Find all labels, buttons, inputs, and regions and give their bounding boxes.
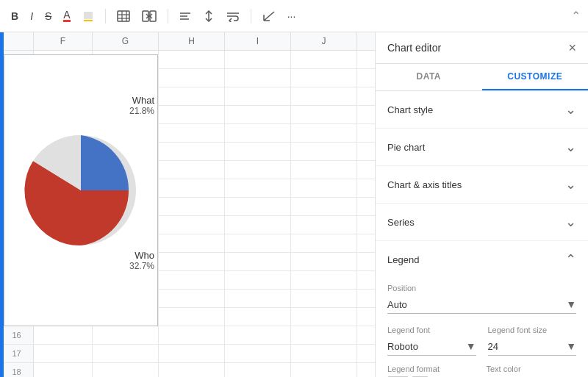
row-number: 17 (0, 345, 34, 362)
cell[interactable] (291, 290, 357, 307)
cell[interactable] (225, 106, 291, 123)
cell[interactable] (159, 51, 225, 68)
panel-close-button[interactable]: × (568, 41, 576, 54)
cell[interactable] (291, 51, 357, 68)
position-dropdown-arrow: ▼ (566, 298, 576, 310)
chart-who-pct: 32.7% (129, 261, 154, 271)
cell[interactable] (159, 234, 225, 252)
tab-data[interactable]: DATA (376, 64, 482, 90)
cell[interactable] (291, 143, 357, 160)
align-button[interactable] (176, 7, 195, 25)
cell[interactable] (225, 308, 291, 326)
collapse-toolbar-button[interactable]: ⌃ (571, 9, 581, 23)
cell[interactable] (225, 87, 291, 105)
cell[interactable] (291, 326, 357, 344)
row-number: 18 (0, 363, 34, 377)
cell[interactable] (159, 326, 225, 344)
legend-header[interactable]: Legend ⌃ (376, 241, 588, 278)
rotation-button[interactable] (259, 7, 279, 25)
cell[interactable] (225, 290, 291, 307)
table-row[interactable]: 18 (0, 363, 375, 377)
strikethrough-button[interactable]: S (41, 7, 55, 25)
cell[interactable] (291, 106, 357, 123)
cell[interactable] (159, 106, 225, 123)
svg-rect-8 (150, 11, 156, 21)
cell[interactable] (159, 308, 225, 326)
cell[interactable] (225, 234, 291, 252)
cell[interactable] (291, 253, 357, 270)
cell[interactable] (291, 216, 357, 234)
cell[interactable] (291, 345, 357, 362)
cell[interactable] (225, 51, 291, 68)
cell[interactable] (225, 198, 291, 215)
bold-button[interactable]: B (7, 7, 22, 25)
cell[interactable] (225, 216, 291, 234)
cell[interactable] (93, 345, 159, 362)
wrap-button[interactable] (223, 7, 243, 25)
cell[interactable] (225, 345, 291, 362)
chart-editor-panel: Chart editor × DATA CUSTOMIZE Chart styl… (375, 32, 588, 377)
cell[interactable] (291, 87, 357, 105)
cell[interactable] (159, 179, 225, 197)
cell[interactable] (225, 363, 291, 377)
cell[interactable] (225, 124, 291, 142)
merge-cells-button[interactable] (138, 7, 160, 25)
cell[interactable] (159, 271, 225, 289)
chevron-up-icon: ⌃ (565, 251, 576, 268)
cell[interactable] (159, 345, 225, 362)
chevron-down-icon: ⌄ (565, 214, 576, 230)
cell[interactable] (159, 363, 225, 377)
font-dropdown[interactable]: Roboto ▼ (387, 337, 476, 356)
font-size-dropdown[interactable]: 24 ▼ (488, 337, 577, 356)
cell[interactable] (159, 290, 225, 307)
italic-button[interactable]: I (26, 7, 37, 25)
cell[interactable] (225, 326, 291, 344)
section-series-label: Series (387, 217, 415, 228)
cell[interactable] (225, 253, 291, 270)
section-series[interactable]: Series ⌄ (376, 204, 588, 241)
cell[interactable] (93, 363, 159, 377)
panel-tabs: DATA CUSTOMIZE (376, 64, 588, 91)
table-row[interactable]: 17 (0, 345, 375, 363)
cell[interactable] (291, 124, 357, 142)
cell[interactable] (291, 271, 357, 289)
cell[interactable] (159, 253, 225, 270)
cell[interactable] (225, 271, 291, 289)
section-chart-style-label: Chart style (387, 104, 433, 115)
cell[interactable] (159, 198, 225, 215)
cell[interactable] (159, 216, 225, 234)
cell[interactable] (291, 363, 357, 377)
cell[interactable] (159, 69, 225, 87)
cell[interactable] (225, 179, 291, 197)
cell[interactable] (291, 69, 357, 87)
cell[interactable] (291, 179, 357, 197)
legend-label: Legend (387, 254, 419, 265)
cell[interactable] (34, 345, 93, 362)
table-button[interactable] (113, 7, 134, 25)
tab-customize[interactable]: CUSTOMIZE (482, 64, 589, 90)
svg-rect-1 (84, 20, 93, 21)
more-button[interactable]: ··· (284, 7, 300, 25)
valign-button[interactable] (199, 7, 218, 25)
highlight-button[interactable] (79, 7, 98, 25)
section-chart-axis-titles[interactable]: Chart & axis titles ⌄ (376, 166, 588, 204)
underline-color-button[interactable]: A (60, 7, 74, 25)
cell[interactable] (34, 363, 93, 377)
cell[interactable] (291, 198, 357, 215)
cell[interactable] (159, 161, 225, 179)
svg-rect-7 (143, 11, 148, 21)
cell[interactable] (225, 143, 291, 160)
cell[interactable] (225, 161, 291, 179)
cell[interactable] (291, 234, 357, 252)
section-chart-style[interactable]: Chart style ⌄ (376, 91, 588, 129)
cell[interactable] (225, 69, 291, 87)
section-pie-chart[interactable]: Pie chart ⌄ (376, 129, 588, 166)
col-header-j: J (291, 32, 357, 50)
position-dropdown[interactable]: Auto ▼ (387, 295, 576, 314)
cell[interactable] (159, 124, 225, 142)
cell[interactable] (291, 161, 357, 179)
cell[interactable] (159, 143, 225, 160)
highlight-icon (82, 10, 94, 22)
cell[interactable] (159, 87, 225, 105)
cell[interactable] (291, 308, 357, 326)
